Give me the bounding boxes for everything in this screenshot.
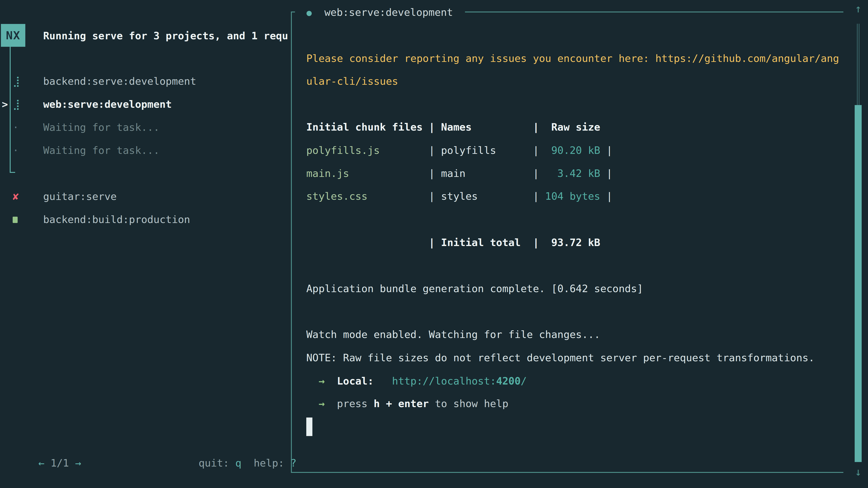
terminal-text — [600, 190, 606, 202]
terminal-text: → — [318, 398, 324, 410]
task-item-backend-build-production[interactable]: backend:build:production — [0, 213, 289, 226]
panel-border-top-stub — [291, 11, 295, 12]
sidebar-title: Running serve for 3 projects, and 1 requ — [43, 29, 289, 43]
terminal-text — [600, 167, 606, 180]
terminal-text — [374, 375, 392, 387]
help-label: help: — [241, 457, 290, 469]
terminal-text — [324, 398, 337, 410]
task-status-dot-icon — [307, 11, 312, 16]
terminal-text — [600, 144, 606, 156]
terminal-text: Application bundle generation complete. … — [306, 283, 643, 295]
terminal-text — [306, 375, 318, 387]
terminal-line: Initial chunk files | Names | Raw size — [306, 121, 600, 134]
page-prev-arrow-icon[interactable]: ← — [38, 457, 44, 469]
terminal-text: polyfills.js — [306, 144, 380, 156]
terminal-text: Local: — [337, 375, 374, 387]
terminal-line: | Initial total | 93.72 kB — [306, 236, 600, 250]
terminal-line: Watch mode enabled. Watching for file ch… — [306, 328, 600, 341]
nx-logo-badge: NX — [1, 24, 25, 47]
quit-label: quit: — [198, 457, 235, 469]
terminal-text: | styles | — [368, 190, 539, 202]
terminal-line: Please consider reporting any issues you… — [306, 52, 839, 65]
terminal-text: → — [318, 375, 324, 387]
task-waiting-dot-icon: · — [13, 121, 19, 134]
task-label: Waiting for task... — [43, 121, 160, 134]
sidebar: NX Running serve for 3 projects, and 1 r… — [0, 0, 291, 488]
terminal-text: | — [607, 167, 613, 180]
terminal-line: main.js | main | 3.42 kB | — [306, 167, 613, 180]
page-next-arrow-icon[interactable]: → — [75, 457, 81, 469]
task-item-backend-serve-development[interactable]: ⣸backend:serve:development — [0, 74, 289, 88]
task-label: web:serve:development — [43, 98, 172, 111]
task-label: backend:serve:development — [43, 74, 196, 88]
terminal-text: | — [607, 190, 613, 202]
page-number: 1/1 — [51, 457, 69, 469]
terminal-text — [324, 375, 337, 387]
terminal-text: 4200 — [496, 375, 521, 387]
terminal-line: NOTE: Raw file sizes do not reflect deve… — [306, 351, 815, 365]
task-item-waiting-for-task-[interactable]: ·Waiting for task... — [0, 121, 289, 134]
task-waiting-dot-icon: · — [13, 144, 19, 157]
task-running-spinner-icon: ⣸ — [13, 98, 20, 111]
terminal-text: main.js — [306, 167, 349, 180]
terminal-text: h + enter — [374, 398, 429, 410]
task-success-square-icon — [13, 213, 18, 226]
panel-border-bottom — [291, 472, 843, 473]
terminal-line: styles.css | styles | 104 bytes | — [306, 190, 613, 203]
terminal-line: polyfills.js | polyfills | 90.20 kB | — [306, 144, 613, 157]
terminal-text: 90.20 kB — [539, 144, 600, 156]
task-group-branch-corner — [10, 172, 15, 173]
panel-title: web:serve:development — [324, 6, 453, 19]
terminal-text: 104 bytes — [539, 190, 600, 202]
scroll-up-arrow-icon[interactable]: ↑ — [852, 2, 864, 15]
terminal-line: Application bundle generation complete. … — [306, 282, 643, 295]
task-label: backend:build:production — [43, 213, 190, 226]
terminal-text: NOTE: Raw file sizes do not reflect deve… — [306, 352, 815, 364]
pagination: ← 1/1 → — [14, 443, 81, 456]
terminal-text: Please consider reporting any issues you… — [306, 53, 839, 64]
task-failed-cross-icon: ✘ — [13, 190, 19, 203]
terminal-text: Initial chunk files | Names | Raw size — [306, 121, 600, 133]
terminal-text — [306, 236, 429, 249]
local-server-url[interactable]: http://localhost: — [392, 375, 496, 387]
selected-task-chevron-icon: > — [2, 98, 8, 111]
quit-key: q — [235, 457, 241, 469]
task-label: Waiting for task... — [43, 144, 160, 157]
terminal-text: styles.css — [306, 190, 368, 202]
terminal-line: → press h + enter to show help — [306, 397, 508, 411]
terminal-text — [306, 398, 318, 410]
panel-border-top — [465, 11, 843, 12]
terminal-text: ular-cli/issues — [306, 75, 398, 87]
terminal-text: | main | — [349, 167, 539, 180]
terminal-line: ular-cli/issues — [306, 74, 398, 88]
terminal-text: | — [607, 144, 613, 156]
terminal-text: | polyfills | — [380, 144, 539, 156]
page-indicator — [44, 457, 51, 469]
terminal-text: press — [337, 398, 374, 410]
task-label: guitar:serve — [43, 190, 117, 203]
keyboard-shortcuts-hint: quit: q help: ? — [174, 443, 297, 456]
terminal-text: to show help — [429, 398, 508, 410]
spacer — [69, 457, 75, 469]
task-item-guitar-serve[interactable]: ✘guitar:serve — [0, 190, 289, 203]
terminal-text: | Initial total | 93.72 kB — [429, 236, 600, 249]
task-running-spinner-icon: ⣸ — [13, 74, 20, 88]
terminal-text: / — [521, 375, 527, 387]
scroll-down-arrow-icon[interactable]: ↓ — [852, 465, 864, 479]
task-item-web-serve-development[interactable]: >⣸web:serve:development — [0, 98, 289, 111]
terminal-text: 3.42 kB — [539, 167, 600, 180]
scrollbar-thumb[interactable] — [855, 105, 862, 462]
terminal-text: Watch mode enabled. Watching for file ch… — [306, 328, 600, 340]
terminal-line: → Local: http://localhost:4200/ — [306, 375, 527, 388]
terminal-cursor — [306, 418, 312, 436]
panel-border-left — [291, 11, 292, 473]
task-item-waiting-for-task-[interactable]: ·Waiting for task... — [0, 144, 289, 157]
